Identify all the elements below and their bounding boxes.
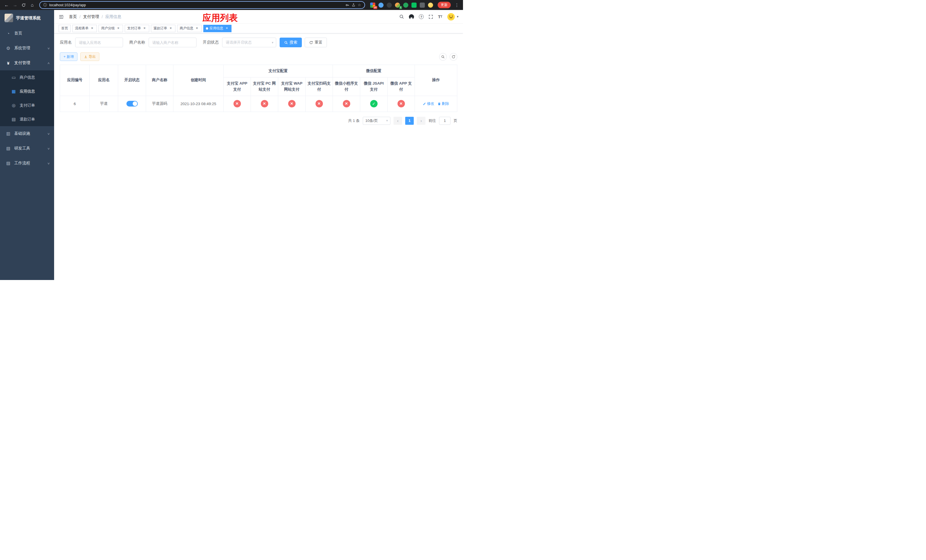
hamburger-icon[interactable] — [59, 14, 64, 20]
app-title: 芋道管理系统 — [16, 15, 41, 21]
search-button[interactable]: 搜索 — [280, 38, 302, 47]
browser-reload-icon[interactable] — [20, 2, 27, 9]
user-avatar[interactable]: ▾ — [447, 13, 458, 21]
tab-label: 退款订单 — [153, 26, 167, 31]
col-header-app-id: 应用编号 — [60, 65, 90, 96]
help-icon[interactable]: ? — [419, 14, 424, 19]
sidebar-item-label: 系统管理 — [14, 45, 44, 51]
wx-app-status-icon — [398, 100, 405, 107]
refresh-table-button[interactable] — [449, 53, 457, 61]
extension-profile-icon[interactable]: 1 — [395, 3, 400, 8]
cell-merchant: 芋道源码 — [146, 96, 173, 112]
sidebar-item-merchant-info[interactable]: 商户信息 — [0, 70, 54, 84]
browser-forward-icon[interactable]: → — [11, 2, 19, 9]
close-icon[interactable]: × — [116, 26, 121, 30]
sidebar-item-home[interactable]: 首页 — [0, 26, 54, 41]
sidebar-item-infrastructure[interactable]: 基础设施 ∨ — [0, 126, 54, 141]
app-logo[interactable]: 芋道管理系统 — [0, 10, 54, 26]
tags-view-bar: 首页 流程表单 × 用户分组 × 支付订单 × 退款订单 × 商户信息 × — [54, 24, 463, 33]
password-key-icon[interactable] — [345, 3, 350, 7]
page-number-button[interactable]: 1 — [405, 117, 414, 125]
tab-process-form[interactable]: 流程表单 × — [72, 25, 97, 32]
sidebar-item-label: 商户信息 — [20, 75, 50, 80]
bookmark-star-icon[interactable]: ☆ — [358, 3, 361, 7]
filter-form: 应用名 商户名称 开启状态 请选择开启状态 ▾ 搜索 — [60, 38, 457, 47]
search-icon[interactable] — [399, 14, 404, 19]
close-icon[interactable]: × — [169, 26, 173, 30]
github-icon[interactable] — [409, 14, 414, 20]
pencil-icon — [423, 102, 426, 105]
extensions-puzzle-icon[interactable] — [420, 3, 425, 8]
toolbox-icon — [6, 146, 11, 151]
add-button[interactable]: + 新增 — [60, 52, 77, 61]
search-icon — [284, 41, 288, 44]
search-icon — [441, 55, 445, 59]
sidebar-item-dev-tools[interactable]: 研发工具 ∨ — [0, 141, 54, 156]
sidebar-item-label: 首页 — [14, 31, 50, 36]
sidebar-item-refund-orders[interactable]: 退款订单 — [0, 112, 54, 126]
close-icon[interactable]: × — [195, 26, 199, 30]
delete-link[interactable]: 删除 — [438, 101, 449, 106]
browser-home-icon[interactable]: ⌂ — [29, 2, 36, 9]
merchant-name-input[interactable] — [149, 38, 197, 47]
extension-emoji-icon[interactable] — [428, 3, 433, 8]
breadcrumb-home[interactable]: 首页 — [69, 14, 77, 20]
app-name-input[interactable] — [75, 38, 123, 47]
url-text[interactable]: localhost:1024/pay/app — [49, 3, 343, 7]
tab-home[interactable]: 首页 — [59, 25, 71, 32]
sidebar-item-system[interactable]: 系统管理 ∨ — [0, 41, 54, 56]
status-select[interactable]: 请选择开启状态 ▾ — [222, 38, 276, 47]
sidebar-item-app-info[interactable]: 应用信息 — [0, 84, 54, 98]
status-toggle[interactable] — [126, 101, 138, 106]
wx-jsapi-status-icon — [370, 100, 378, 107]
page-size-select[interactable]: 10条/页 ▾ — [363, 117, 390, 125]
cell-app-name: 芋道 — [90, 96, 118, 112]
extensions-area: 10 1 — [370, 3, 433, 8]
address-bar[interactable]: ⓘ localhost:1024/pay/app ☆ — [39, 1, 365, 9]
tab-label: 用户分组 — [101, 26, 115, 31]
extension-drop-icon[interactable] — [378, 3, 384, 8]
browser-menu-icon[interactable]: ⋮ — [454, 3, 460, 8]
extension-chat-icon[interactable] — [412, 3, 416, 8]
toggle-search-button[interactable] — [439, 53, 447, 61]
share-icon[interactable] — [352, 3, 356, 7]
close-icon[interactable]: × — [90, 26, 94, 30]
site-info-icon[interactable]: ⓘ — [43, 3, 47, 8]
tab-merchant-info[interactable]: 商户信息 × — [177, 25, 201, 32]
download-icon — [84, 55, 88, 58]
extension-grid-icon[interactable]: 10 — [370, 3, 375, 8]
alipay-pc-status-icon — [261, 100, 268, 107]
sidebar-item-label: 研发工具 — [14, 146, 44, 151]
goto-page-input[interactable] — [439, 117, 451, 125]
edit-link[interactable]: 修改 — [423, 101, 434, 106]
document-icon — [11, 117, 16, 122]
pagination: 共 1 条 10条/页 ▾ ‹ 1 › 前往 页 — [60, 117, 457, 125]
tab-user-group[interactable]: 用户分组 × — [98, 25, 123, 32]
chrome-update-button[interactable]: 更新 — [438, 2, 451, 8]
extension-badge: 10 — [373, 6, 377, 9]
caret-down-icon: ▾ — [272, 41, 273, 44]
sidebar-item-pay-orders[interactable]: 支付订单 — [0, 98, 54, 112]
col-header-alipay-app: 支付宝 APP 支付 — [224, 77, 251, 96]
close-icon[interactable]: × — [225, 26, 229, 30]
page-unit-label: 页 — [454, 118, 457, 123]
wx-mini-status-icon — [343, 100, 350, 107]
sidebar-item-payment[interactable]: 支付管理 ∧ — [0, 56, 54, 70]
extension-check-icon[interactable] — [403, 3, 409, 8]
browser-back-icon[interactable]: ← — [3, 2, 10, 9]
next-page-button[interactable]: › — [417, 117, 425, 125]
font-size-icon[interactable]: TT — [438, 14, 442, 19]
breadcrumb-payment[interactable]: 支付管理 — [83, 14, 99, 20]
col-header-wx-app: 微信 APP 支付 — [387, 77, 415, 96]
tab-pay-orders[interactable]: 支付订单 × — [125, 25, 149, 32]
extension-dark-icon[interactable] — [387, 3, 392, 8]
prev-page-button[interactable]: ‹ — [393, 117, 402, 125]
logo-avatar — [5, 14, 13, 22]
sidebar-item-workflow[interactable]: 工作流程 ∨ — [0, 156, 54, 171]
tab-refund-orders[interactable]: 退款订单 × — [151, 25, 176, 32]
fullscreen-icon[interactable] — [428, 15, 433, 19]
export-button[interactable]: 导出 — [80, 52, 99, 61]
reset-button[interactable]: 重置 — [305, 38, 327, 47]
tab-app-info[interactable]: 应用信息 × — [203, 25, 232, 32]
close-icon[interactable]: × — [142, 26, 147, 30]
